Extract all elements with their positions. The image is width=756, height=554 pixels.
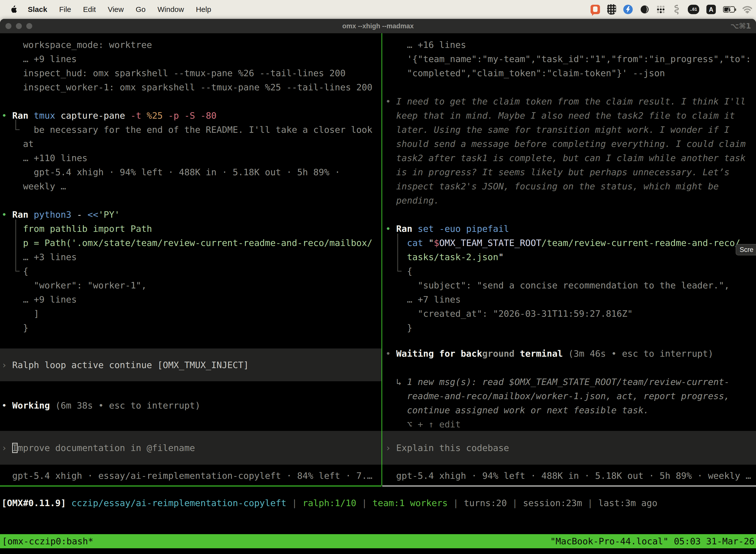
left-pane-lines-row-20: } [1,321,28,335]
window-title: omx --xhigh --madmax [342,22,414,30]
right-input-line: › Explain this codebase [385,33,755,554]
left-pane-lines-row-18: … +9 lines [1,292,77,307]
left-pane-lines-row-6: be necessary for the end of the README. … [1,123,373,137]
left-pane-status: gpt-5.4 xhigh · essay/ai-reimplementatio… [1,33,381,554]
right-pane-lines-row-10: inspect task2's JSON, focusing on the st… [385,179,719,193]
right-pane-status: gpt-5.4 xhigh · 94% left · 488K in · 5.1… [385,33,755,554]
menu-bar: Slack FileEditViewGoWindowHelp ..61 A [0,0,756,19]
left-pane-lines-row-1: … +9 lines [1,52,77,66]
left-pane-lines-row-14: p = Path('.omx/state/team/review-current… [1,236,373,250]
left-pane-lines-row-9: gpt-5.4 xhigh · 94% left · 488K in · 5.1… [1,165,340,179]
left-pane-lines-row-19: ] [1,307,39,321]
right-pane-lines-row-5: keep that in mind. Maybe I also need the… [385,108,735,123]
menu-items: FileEditViewGoWindowHelp [59,5,211,14]
left-pane-status-row-0: gpt-5.4 xhigh · essay/ai-reimplementatio… [1,468,373,483]
terminal-content[interactable]: workspace_mode: worktree … +9 lines insp… [0,33,756,554]
ralph-loop-line: › Ralph loop active continue [OMX_TMUX_I… [1,33,381,554]
waiting-block-row-5: ⌥ + ↑ edit [385,417,460,431]
chat-app-icon[interactable] [590,5,600,14]
working-status-line-row-0: • Working (6m 38s • esc to interrupt) [1,398,200,412]
right-pane-lines-row-2: "completed","claim_token":"claim-token"}… [385,66,665,80]
left-pane-lines-row-10: weekly … [1,179,66,193]
tmux-session-label[interactable]: [omx-cczip0:bash* [2,534,93,548]
pane-divider[interactable] [381,33,382,486]
right-pane-lines-row-8: task2 after task1 is complete, but can I… [385,151,746,165]
ralph-loop-strip [0,348,381,381]
omx-status-line-row-0: [OMX#0.11.9] cczip/essay/ai-reimplementa… [1,496,657,510]
keyboard-a-icon[interactable]: A [706,5,716,14]
right-pane-lines-row-11: pending. [385,193,439,208]
crescent-icon[interactable] [640,5,649,14]
left-prompt-input[interactable] [0,431,381,465]
left-pane-lines-row-0: workspace_mode: worktree [1,38,152,52]
left-pane-lines-row-16: { [1,264,28,278]
zoom-button[interactable] [26,23,32,29]
pane-border-bottom-right [382,486,756,487]
right-pane-lines-row-0: … +16 lines [385,38,466,52]
apple-logo-icon[interactable] [10,5,17,13]
right-pane-lines-row-7: should send a message before completing … [385,137,746,151]
screenshot-tooltip: Scre [736,244,756,256]
squiggle-icon[interactable] [672,4,681,14]
left-pane-lines-row-8: … +110 lines [1,151,87,165]
left-pane-lines-row-15: … +3 lines [1,250,77,264]
tmux-status-bar: [omx-cczip0:bash* "MacBook-Pro-44.local"… [0,534,756,548]
badge-61-icon[interactable]: ..61 [688,5,699,14]
left-pane-lines-row-7: at [1,137,34,151]
battery-icon[interactable] [723,6,735,13]
menu-item-file[interactable]: File [59,5,71,14]
output-indent-guide [15,120,19,130]
python-indent-guide [15,219,19,272]
window-shortcut-hint: ⌥⌘1 [731,19,751,33]
right-pane-lines-row-9: is in progress? It seems likely but perh… [385,165,730,179]
right-pane-lines-row-17: "subject": "send a concise recommendatio… [385,278,730,292]
working-status-line: • Working (6m 38s • esc to interrupt) [1,33,381,554]
close-button[interactable] [5,23,11,29]
menu-item-help[interactable]: Help [196,5,211,14]
minimize-button[interactable] [16,23,22,29]
right-prompt-input[interactable] [382,431,756,465]
omx-status-line: [OMX#0.11.9] cczip/essay/ai-reimplementa… [1,33,381,554]
right-pane-lines-row-20: } [385,321,412,335]
left-pane-lines-row-13: from pathlib import Path [1,222,152,236]
left-input-line: › Improve documentation in @filename [1,33,381,554]
bolt-circle-icon[interactable] [623,5,633,14]
right-pane-lines-row-4: • I need to get the claim token from the… [385,94,746,108]
right-pane-lines-row-19: "created_at": "2026-03-31T11:59:27.816Z" [385,307,633,321]
right-pane-lines: … +16 lines '{"team_name":"my-team","tas… [385,33,755,554]
waiting-block-row-2: ↳ 1 new msg(s): read $OMX_TEAM_STATE_ROO… [385,375,730,389]
right-pane-lines-row-14: cat "$OMX_TEAM_STATE_ROOT/team/review-cu… [385,236,740,250]
right-pane-lines-row-6: later. Using the same for transition mig… [385,123,730,137]
right-pane-status-row-0: gpt-5.4 xhigh · 94% left · 488K in · 5.1… [385,468,751,483]
left-pane-lines-row-17: "worker": "worker-1", [1,278,146,292]
window-title-bar[interactable]: omx --xhigh --madmax ⌥⌘1 [0,19,756,33]
waiting-block-row-0: • Waiting for background terminal (3m 46… [385,346,713,361]
wifi-icon[interactable] [742,5,753,13]
left-pane-lines-row-3: inspect_worker-1: omx sparkshell --tmux-… [1,80,373,94]
right-pane-lines-row-1: '{"team_name":"my-team","task_id":"1","f… [385,52,751,66]
terminal-window: omx --xhigh --madmax ⌥⌘1 workspace_mode:… [0,19,756,554]
waiting-block-row-4: continue assigned work or next feasible … [385,403,649,417]
pane-border-bottom-left [0,486,381,487]
menu-item-view[interactable]: View [108,5,124,14]
right-pane-lines-row-15: tasks/task-2.json" [385,250,504,264]
tmux-host-clock: "MacBook-Pro-44.local" 05:03 31-Mar-26 [550,534,755,548]
left-pane-lines-row-2: inspect_hud: omx sparkshell --tmux-pane … [1,66,345,80]
dots-grid-icon[interactable] [656,5,665,14]
menu-item-window[interactable]: Window [158,5,184,14]
left-pane-lines: workspace_mode: worktree … +9 lines insp… [1,33,381,554]
left-pane-lines-row-5: • Ran tmux capture-pane -t %25 -p -S -80 [1,108,216,123]
menu-status-icons: ..61 A [590,0,753,19]
right-pane-lines-row-13: • Ran set -euo pipefail [385,222,509,236]
shield-grid-icon[interactable] [607,4,616,15]
menu-item-edit[interactable]: Edit [83,5,96,14]
waiting-block: • Waiting for background terminal (3m 46… [385,33,755,554]
waiting-block-row-3: readme-and-reco/mailbox/worker-1.json, a… [385,389,730,403]
menu-app-name[interactable]: Slack [28,5,47,14]
cat-indent-guide [397,233,401,272]
menu-item-go[interactable]: Go [136,5,145,14]
right-pane-lines-row-18: … +7 lines [385,292,460,307]
